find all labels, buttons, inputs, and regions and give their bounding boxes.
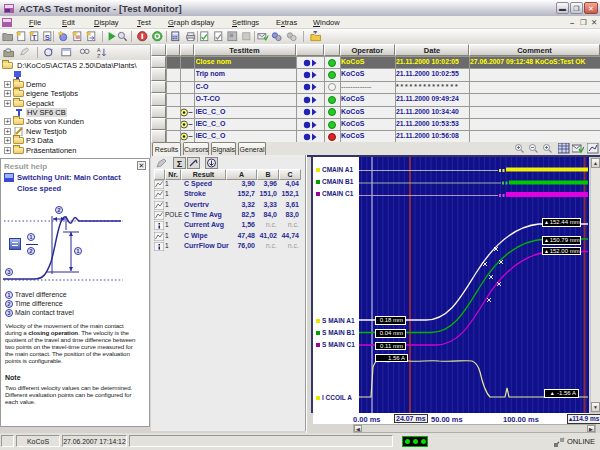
svg-text:Z: Z — [97, 53, 101, 58]
svg-text:S: S — [45, 33, 50, 42]
